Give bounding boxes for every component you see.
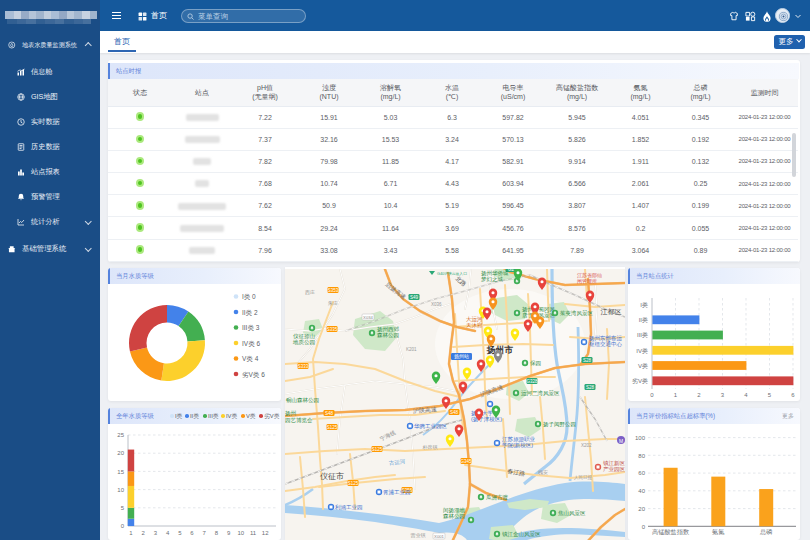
svg-text:保园: 保园 (530, 360, 541, 367)
svg-text:2: 2 (697, 392, 701, 398)
svg-text:0: 0 (121, 523, 125, 529)
svg-text:II类: II类 (639, 317, 648, 323)
svg-text:总磷: 总磷 (759, 528, 772, 535)
svg-text:朴席镇: 朴席镇 (422, 444, 438, 450)
svg-text:华腾工业园区: 华腾工业园区 (414, 423, 448, 430)
svg-text:S28: S28 (586, 385, 595, 390)
svg-text:6: 6 (190, 530, 194, 536)
svg-text:扬子阅野公园: 扬子阅野公园 (543, 421, 576, 428)
svg-text:3: 3 (721, 392, 725, 398)
svg-text:2: 2 (142, 530, 146, 536)
svg-text:12: 12 (262, 530, 269, 536)
svg-text:西庄: 西庄 (305, 289, 315, 296)
svg-text:15: 15 (117, 469, 124, 475)
svg-text:地质公园: 地质公园 (292, 339, 315, 346)
svg-text:扬州: 扬州 (285, 410, 297, 417)
svg-text:III类 3: III类 3 (242, 324, 260, 331)
svg-text:4: 4 (166, 530, 170, 536)
svg-text:X202: X202 (581, 443, 592, 448)
svg-text:60: 60 (638, 470, 645, 476)
svg-text:天沐府: 天沐府 (466, 322, 483, 329)
svg-text:学院(新校区): 学院(新校区) (502, 442, 533, 449)
svg-text:V类 4: V类 4 (242, 355, 259, 362)
svg-text:S125: S125 (327, 425, 338, 430)
svg-text:园艺博览会: 园艺博览会 (285, 417, 313, 424)
svg-text:镇江金山风景区: 镇江金山风景区 (502, 531, 541, 538)
svg-text:营业镇: 营业镇 (411, 532, 426, 539)
svg-text:茱萸湾风景区: 茱萸湾风景区 (560, 310, 594, 317)
svg-text:G2: G2 (508, 269, 515, 272)
svg-text:25: 25 (117, 432, 124, 438)
svg-text:II类 2: II类 2 (242, 309, 258, 316)
svg-text:G328: G328 (526, 379, 538, 384)
svg-text:III类: III类 (637, 332, 648, 338)
svg-text:S125: S125 (372, 447, 383, 452)
svg-text:S353: S353 (328, 288, 339, 293)
svg-text:G40沪陕高速入口: G40沪陕高速入口 (437, 271, 467, 276)
svg-text:9: 9 (227, 530, 231, 536)
svg-text:IV类: IV类 (636, 348, 648, 354)
svg-text:5: 5 (121, 505, 125, 511)
svg-text:劣V类 6: 劣V类 6 (242, 371, 265, 379)
svg-text:40: 40 (638, 488, 645, 494)
svg-text:(扬子津校区): (扬子津校区) (471, 416, 502, 423)
svg-text:8: 8 (215, 530, 219, 536)
svg-text:0: 0 (650, 392, 654, 398)
svg-text:I类 0: I类 0 (242, 293, 256, 300)
svg-text:1: 1 (129, 530, 133, 536)
svg-text:朱庄: 朱庄 (328, 300, 338, 306)
svg-text:S48: S48 (450, 410, 459, 415)
svg-text:枢纽交通中心: 枢纽交通中心 (589, 340, 623, 347)
svg-text:S28: S28 (583, 358, 592, 363)
svg-text:0: 0 (642, 524, 646, 530)
svg-text:江都区: 江都区 (601, 308, 622, 316)
svg-text:S125: S125 (348, 481, 359, 486)
svg-text:K201: K201 (406, 347, 417, 352)
svg-text:铜山森林公园: 铜山森林公园 (286, 397, 319, 404)
svg-text:4: 4 (744, 392, 748, 398)
svg-text:20: 20 (117, 450, 124, 456)
svg-text:10: 10 (117, 487, 124, 493)
svg-text:G345: G345 (460, 459, 472, 464)
svg-text:梦幻之城: 梦幻之城 (481, 276, 504, 283)
svg-text:6: 6 (791, 392, 795, 398)
svg-text:高锰酸盐指数: 高锰酸盐指数 (652, 528, 689, 536)
svg-text:劣V类: 劣V类 (632, 378, 648, 385)
svg-text:5: 5 (768, 392, 772, 398)
svg-text:1: 1 (674, 392, 678, 398)
svg-text:运河三湾风景区: 运河三湾风景区 (521, 390, 560, 397)
svg-text:M: M (619, 438, 623, 444)
svg-text:X001: X001 (434, 534, 444, 539)
svg-text:S335: S335 (327, 327, 338, 332)
svg-text:X034: X034 (363, 315, 373, 320)
svg-text:焦山风景区: 焦山风景区 (558, 510, 586, 516)
svg-text:森林公园: 森林公园 (443, 513, 465, 520)
svg-text:S49: S49 (410, 295, 419, 300)
svg-text:瓜洲古渡: 瓜洲古渡 (486, 494, 509, 501)
svg-text:胥浦工业园: 胥浦工业园 (383, 489, 411, 496)
svg-text:产业园区: 产业园区 (603, 466, 625, 473)
svg-text:3: 3 (154, 530, 158, 536)
svg-text:7: 7 (203, 530, 207, 536)
svg-text:IV类 6: IV类 6 (242, 340, 260, 347)
svg-text:利涵工业园: 利涵工业园 (335, 504, 363, 511)
svg-text:5: 5 (178, 530, 182, 536)
svg-text:10: 10 (237, 530, 244, 536)
svg-text:100: 100 (635, 435, 646, 441)
svg-text:S333: S333 (298, 364, 309, 369)
svg-text:I类: I类 (640, 302, 648, 308)
svg-text:森林公园: 森林公园 (377, 332, 399, 339)
svg-text:11: 11 (250, 530, 257, 536)
svg-text:人民日报: 人民日报 (574, 474, 593, 480)
svg-text:槐安: 槐安 (538, 469, 548, 476)
svg-text:80: 80 (638, 453, 645, 459)
svg-text:V类: V类 (638, 363, 648, 369)
svg-text:20: 20 (638, 506, 645, 512)
svg-text:闸管理所: 闸管理所 (577, 278, 597, 285)
svg-text:X036: X036 (431, 302, 442, 307)
svg-text:S48: S48 (325, 411, 334, 416)
svg-text:仪征市: 仪征市 (320, 472, 344, 481)
svg-text:氨氮: 氨氮 (712, 528, 724, 535)
svg-text:扬州站: 扬州站 (454, 353, 469, 360)
